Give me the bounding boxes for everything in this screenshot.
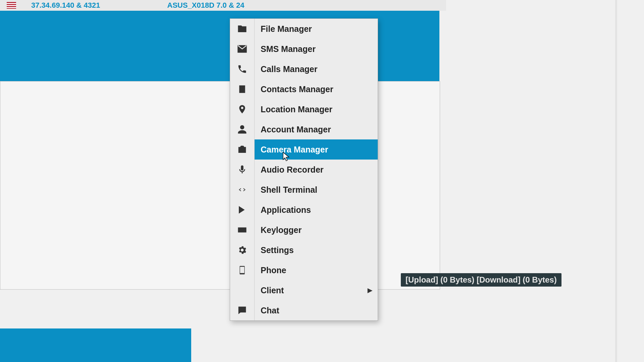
menu-item-label: Calls Manager [255,59,378,79]
menu-item-calls-manager[interactable]: Calls Manager [230,59,378,79]
menu-item-label: Account Manager [255,119,378,139]
flag-icon [7,2,16,9]
menu-item-label: File Manager [255,19,378,39]
transfer-status-badge: [Upload] (0 Bytes) [Download] (0 Bytes) [401,273,561,287]
menu-item-client[interactable]: Client ▶ [230,280,378,300]
gear-icon [230,240,255,260]
chevron-right-icon: ▶ [368,287,372,294]
menu-item-phone[interactable]: Phone [230,260,378,280]
device-info-text: ASUS_X018D 7.0 & 24 [167,1,245,10]
menu-item-label: Location Manager [255,99,378,119]
code-icon [230,180,255,200]
menu-item-label: Settings [255,240,378,260]
empty-icon [230,280,255,300]
menu-item-label: SMS Manager [255,39,378,59]
menu-item-chat[interactable]: Chat [230,300,378,320]
folder-icon [230,19,255,39]
keyboard-icon [230,220,255,240]
menu-item-file-manager[interactable]: File Manager [230,19,378,39]
smartphone-icon [230,260,255,280]
mail-icon [230,39,255,59]
top-bar: 37.34.69.140 & 4321 ASUS_X018D 7.0 & 24 [0,0,446,11]
menu-item-shell-terminal[interactable]: Shell Terminal [230,180,378,200]
menu-item-label: Audio Recorder [255,160,378,180]
menu-item-label: Applications [255,200,378,220]
right-edge [615,0,617,362]
person-icon [230,119,255,139]
menu-item-label: Client ▶ [255,280,378,300]
menu-item-keylogger[interactable]: Keylogger [230,220,378,240]
bottom-panel [0,328,191,362]
location-pin-icon [230,99,255,119]
menu-item-label: Contacts Manager [255,79,378,99]
camera-icon [230,139,255,160]
play-store-icon [230,200,255,220]
microphone-icon [230,160,255,180]
menu-item-label: Camera Manager [255,139,378,160]
building-icon [230,79,255,99]
menu-item-label: Shell Terminal [255,180,378,200]
ip-port-text: 37.34.69.140 & 4321 [31,1,100,10]
chat-icon [230,300,255,320]
menu-item-applications[interactable]: Applications [230,200,378,220]
menu-item-account-manager[interactable]: Account Manager [230,119,378,139]
phone-call-icon [230,59,255,79]
menu-item-audio-recorder[interactable]: Audio Recorder [230,160,378,180]
context-menu[interactable]: File Manager SMS Manager Calls Manager C… [230,18,378,321]
menu-item-location-manager[interactable]: Location Manager [230,99,378,119]
menu-item-text: Client [261,286,284,295]
menu-item-label: Keylogger [255,220,378,240]
menu-item-camera-manager[interactable]: Camera Manager [230,139,378,160]
menu-item-label: Phone [255,260,378,280]
menu-item-contacts-manager[interactable]: Contacts Manager [230,79,378,99]
menu-item-label: Chat [255,300,378,320]
menu-item-settings[interactable]: Settings [230,240,378,260]
menu-item-sms-manager[interactable]: SMS Manager [230,39,378,59]
